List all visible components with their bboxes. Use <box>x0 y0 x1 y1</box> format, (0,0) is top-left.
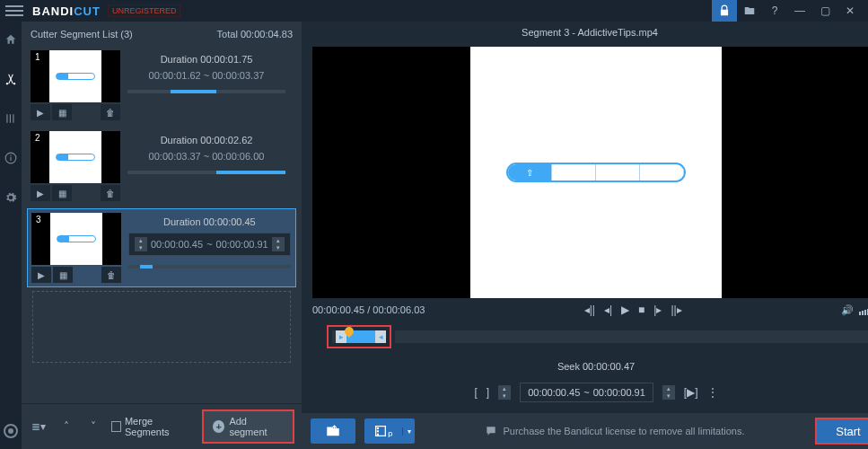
segment-thumbnail: 3 <box>31 213 121 265</box>
trash-icon[interactable]: 🗑 <box>101 104 120 120</box>
segment-thumbnail: 1 <box>31 50 120 102</box>
segment-list-title: Cutter Segment List (3) <box>31 29 133 40</box>
info-icon[interactable] <box>0 147 22 169</box>
open-file-button[interactable] <box>311 418 355 444</box>
move-up-button[interactable]: ˄ <box>57 417 77 436</box>
trash-icon[interactable]: 🗑 <box>101 185 120 201</box>
segment-item[interactable]: 2 ▶ ▦ 🗑 Duration 00:00:02.62 00:00:03.37… <box>27 128 296 205</box>
menu-button[interactable] <box>5 5 23 16</box>
segment-thumbnail: 2 <box>31 131 120 183</box>
project-button[interactable]: ₚ▾ <box>364 418 415 444</box>
video-preview <box>312 47 868 298</box>
play-button[interactable]: ▶ <box>621 304 629 316</box>
segment-item-selected[interactable]: 3 ▶ ▦ 🗑 Duration 00:00:00.45 ▴▾ 00:00:00… <box>27 208 296 287</box>
more-button[interactable]: ⋮ <box>707 386 718 399</box>
segment-duration: Duration 00:00:01.75 <box>127 54 285 65</box>
merge-segments-checkbox[interactable]: Merge Segments <box>111 416 196 437</box>
segment-duration: Duration 00:00:00.45 <box>128 216 291 227</box>
trash-icon[interactable]: 🗑 <box>101 267 121 283</box>
minimize-button[interactable]: — <box>787 0 812 22</box>
segment-range: 00:00:03.37 ~ 00:00:06.00 <box>127 151 285 162</box>
start-button[interactable]: Start <box>815 418 868 445</box>
spin-down[interactable]: ▾ <box>662 392 675 400</box>
close-button[interactable]: ✕ <box>837 0 863 22</box>
preview-content <box>506 163 686 182</box>
spin-up[interactable]: ▴ <box>135 237 147 244</box>
segment-range: 00:00:01.62 ~ 00:00:03.37 <box>127 70 285 81</box>
move-down-button[interactable]: ˅ <box>83 417 104 436</box>
play-icon[interactable]: ▶ <box>31 185 50 201</box>
add-segment-button[interactable]: +Add segment <box>202 409 294 444</box>
spin-up[interactable]: ▴ <box>272 237 285 244</box>
play-icon[interactable]: ▶ <box>31 104 50 120</box>
segment-item[interactable]: 1 ▶ ▦ 🗑 Duration 00:00:01.75 00:00:01.62… <box>27 47 296 124</box>
home-icon[interactable] <box>0 29 22 50</box>
volume-icon[interactable]: 🔊 <box>841 304 854 316</box>
mark-in-button[interactable]: [ <box>474 386 477 399</box>
help-icon[interactable]: ? <box>762 0 787 22</box>
spin-up[interactable]: ▴ <box>498 385 511 392</box>
grid-icon[interactable]: ▦ <box>53 267 73 283</box>
stop-button[interactable]: ■ <box>638 304 644 316</box>
preview-title: Segment 3 - AddictiveTips.mp4 <box>522 27 658 41</box>
seek-label: Seek 00:00:00.47 <box>557 361 635 372</box>
next-segment-button[interactable]: ||▸ <box>671 304 681 316</box>
folder-icon[interactable] <box>737 0 762 22</box>
segment-placeholder <box>32 291 291 363</box>
unregistered-badge: UNREGISTERED <box>108 4 181 17</box>
step-fwd-button[interactable]: |▸ <box>653 304 662 316</box>
play-icon[interactable]: ▶ <box>31 267 51 283</box>
record-icon[interactable] <box>4 424 18 438</box>
segment-duration: Duration 00:00:02.62 <box>127 135 285 145</box>
total-duration: Total 00:00:04.83 <box>217 29 293 40</box>
spin-up[interactable]: ▴ <box>662 385 675 392</box>
grid-icon[interactable]: ▦ <box>52 104 72 120</box>
settings-icon[interactable] <box>0 187 22 208</box>
lock-icon[interactable] <box>712 0 737 22</box>
prev-segment-button[interactable]: ◂|| <box>584 304 595 316</box>
step-back-button[interactable]: ◂| <box>604 304 612 316</box>
grid-icon[interactable]: ▦ <box>52 185 72 201</box>
license-message: Purchase the Bandicut license to remove … <box>485 425 744 437</box>
list-menu-button[interactable]: ≣▾ <box>29 417 49 436</box>
maximize-button[interactable]: ▢ <box>812 0 837 22</box>
spin-down[interactable]: ▾ <box>135 244 147 251</box>
spin-down[interactable]: ▾ <box>498 392 511 400</box>
range-end-handle[interactable]: ◂ <box>375 330 386 343</box>
segment-range-editable[interactable]: ▴▾ 00:00:00.45 ~ 00:00:00.91 ▴▾ <box>128 233 291 256</box>
seek-range-input[interactable]: 00:00:00.45~00:00:00.91 <box>520 383 653 402</box>
timeline[interactable] <box>395 330 868 343</box>
mark-out-button[interactable]: ] <box>487 386 489 399</box>
app-logo: BANDICUT <box>32 4 101 18</box>
spin-down[interactable]: ▾ <box>272 244 285 251</box>
volume-slider[interactable] <box>859 305 868 315</box>
adjust-icon[interactable] <box>0 108 22 129</box>
cut-icon[interactable] <box>0 68 22 90</box>
time-display: 00:00:00.45 / 00:00:06.03 <box>312 304 425 315</box>
play-range-button[interactable]: [▶] <box>684 386 698 399</box>
